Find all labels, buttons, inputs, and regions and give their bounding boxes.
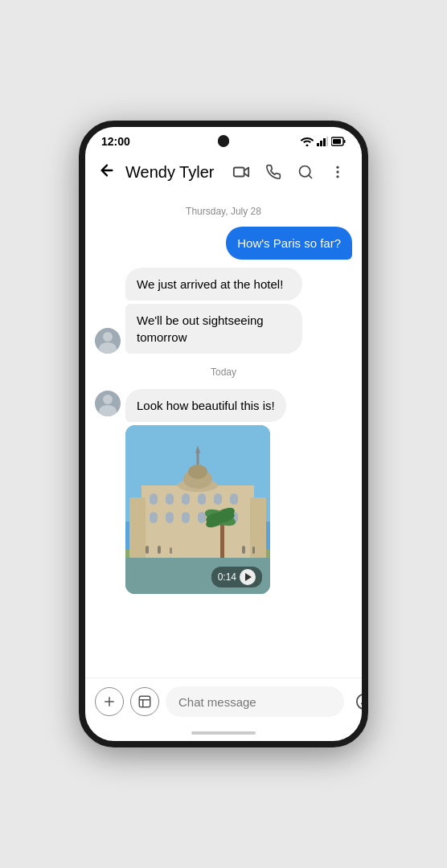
phone-frame: 12:00 (79, 121, 368, 747)
svg-rect-48 (139, 696, 150, 707)
bottom-bar (85, 678, 362, 725)
wifi-icon (301, 137, 314, 146)
volume-down-button (79, 312, 80, 352)
status-icons (301, 137, 346, 146)
svg-rect-7 (234, 168, 244, 177)
svg-rect-20 (182, 493, 190, 505)
stickers-button[interactable] (130, 687, 159, 716)
home-bar (191, 731, 256, 735)
svg-rect-37 (220, 522, 224, 558)
message-sent-1: How's Paris so far? (95, 227, 352, 260)
message-received-today: Look how beautiful this is! (95, 389, 352, 594)
bubble-sent-1: How's Paris so far? (226, 227, 352, 260)
contact-name: Wendy Tyler (125, 163, 220, 182)
avatar (95, 328, 121, 354)
emoji-button[interactable] (351, 688, 362, 715)
svg-rect-44 (242, 546, 245, 554)
chat-area[interactable]: Thursday, July 28 How's Paris so far? We… (85, 193, 362, 678)
svg-rect-41 (146, 546, 149, 554)
svg-rect-45 (252, 547, 255, 554)
image-message[interactable]: 0:14 (125, 425, 270, 594)
svg-point-49 (357, 694, 362, 709)
message-received-group: We just arrived at the hotel! We'll be o… (95, 268, 352, 354)
bubble-received-1: We just arrived at the hotel! (125, 268, 302, 301)
svg-rect-22 (214, 493, 222, 505)
silent-switch (79, 223, 80, 248)
svg-rect-24 (150, 512, 158, 523)
svg-point-32 (188, 465, 207, 479)
svg-rect-43 (170, 547, 172, 554)
status-time: 12:00 (101, 135, 130, 148)
date-separator-thursday: Thursday, July 28 (95, 206, 352, 217)
svg-rect-42 (158, 546, 161, 554)
svg-rect-18 (150, 493, 158, 505)
svg-rect-3 (326, 137, 328, 146)
chat-input[interactable] (166, 686, 344, 717)
svg-rect-35 (129, 497, 146, 558)
volume-up-button (79, 260, 80, 300)
top-nav: Wendy Tyler (85, 151, 362, 193)
power-button (367, 256, 368, 304)
video-call-button[interactable] (227, 158, 256, 186)
nav-actions (227, 158, 352, 186)
svg-rect-25 (166, 512, 174, 523)
attach-button[interactable] (95, 687, 124, 716)
svg-point-10 (336, 166, 338, 169)
svg-rect-21 (198, 493, 206, 505)
video-overlay[interactable]: 0:14 (211, 567, 262, 588)
signal-icon (317, 137, 328, 146)
svg-rect-19 (166, 493, 174, 505)
more-button[interactable] (323, 158, 352, 186)
received-bubble-group: We just arrived at the hotel! We'll be o… (125, 268, 302, 354)
bubble-received-today: Look how beautiful this is! (125, 389, 286, 422)
svg-rect-6 (344, 140, 346, 143)
camera-notch (218, 135, 229, 146)
search-button[interactable] (291, 158, 320, 186)
svg-rect-0 (317, 143, 319, 146)
avatar-today (95, 391, 121, 416)
home-indicator (85, 725, 362, 741)
phone-button[interactable] (259, 158, 288, 186)
battery-icon (331, 137, 346, 146)
back-button[interactable] (95, 158, 119, 186)
date-separator-today: Today (95, 366, 352, 378)
svg-rect-27 (198, 512, 206, 523)
play-button[interactable] (240, 569, 256, 585)
svg-point-12 (336, 175, 338, 178)
svg-rect-1 (320, 141, 322, 146)
svg-rect-23 (230, 493, 238, 505)
svg-point-11 (336, 170, 338, 173)
bubble-received-2: We'll be out sightseeing tomorrow (125, 304, 302, 354)
svg-rect-26 (182, 512, 190, 523)
svg-rect-5 (333, 139, 341, 144)
svg-rect-2 (323, 138, 326, 146)
video-time: 0:14 (218, 571, 236, 583)
svg-line-9 (309, 175, 312, 178)
